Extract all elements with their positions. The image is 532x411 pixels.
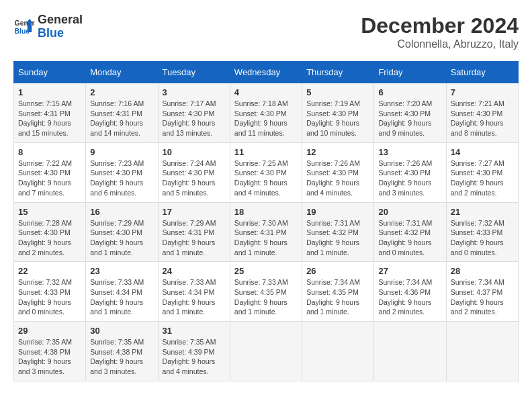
day-number: 18 bbox=[234, 207, 298, 217]
calendar-cell: 29 Sunrise: 7:35 AM Sunset: 4:38 PM Dayl… bbox=[14, 322, 86, 381]
calendar-cell: 28 Sunrise: 7:34 AM Sunset: 4:37 PM Dayl… bbox=[446, 262, 518, 322]
header-day-saturday: Saturday bbox=[446, 62, 518, 83]
svg-text:General: General bbox=[15, 19, 35, 27]
sunrise-text: Sunrise: 7:33 AM bbox=[234, 278, 288, 286]
daylight-text: Daylight: 9 hours and 15 minutes. bbox=[18, 119, 71, 137]
sunset-text: Sunset: 4:32 PM bbox=[378, 228, 431, 236]
sunrise-text: Sunrise: 7:15 AM bbox=[18, 99, 72, 107]
daylight-text: Daylight: 9 hours and 4 minutes. bbox=[234, 179, 287, 197]
daylight-text: Daylight: 9 hours and 1 minute. bbox=[306, 238, 359, 257]
day-info: Sunrise: 7:28 AM Sunset: 4:30 PM Dayligh… bbox=[18, 218, 81, 258]
calendar-cell: 8 Sunrise: 7:22 AM Sunset: 4:30 PM Dayli… bbox=[14, 142, 86, 202]
day-number: 3 bbox=[163, 87, 226, 97]
day-number: 27 bbox=[378, 266, 441, 276]
sunset-text: Sunset: 4:30 PM bbox=[18, 169, 71, 177]
sunset-text: Sunset: 4:33 PM bbox=[451, 228, 503, 236]
sunset-text: Sunset: 4:30 PM bbox=[163, 109, 215, 118]
daylight-text: Daylight: 9 hours and 10 minutes. bbox=[306, 119, 359, 137]
calendar-week-2: 8 Sunrise: 7:22 AM Sunset: 4:30 PM Dayli… bbox=[14, 142, 519, 202]
sunrise-text: Sunrise: 7:18 AM bbox=[234, 99, 288, 107]
day-number: 8 bbox=[18, 147, 81, 157]
sunset-text: Sunset: 4:30 PM bbox=[378, 109, 431, 118]
day-info: Sunrise: 7:35 AM Sunset: 4:39 PM Dayligh… bbox=[163, 337, 226, 377]
header-day-thursday: Thursday bbox=[302, 62, 374, 83]
sunset-text: Sunset: 4:30 PM bbox=[306, 109, 359, 118]
calendar-cell: 21 Sunrise: 7:32 AM Sunset: 4:33 PM Dayl… bbox=[446, 202, 518, 262]
sunset-text: Sunset: 4:30 PM bbox=[163, 169, 215, 177]
day-number: 6 bbox=[378, 87, 441, 97]
location: Colonnella, Abruzzo, Italy bbox=[361, 38, 519, 50]
day-number: 17 bbox=[163, 207, 226, 217]
sunrise-text: Sunrise: 7:35 AM bbox=[163, 338, 216, 346]
day-number: 21 bbox=[451, 207, 514, 217]
daylight-text: Daylight: 9 hours and 0 minutes. bbox=[18, 298, 71, 316]
sunrise-text: Sunrise: 7:29 AM bbox=[163, 219, 216, 227]
sunrise-text: Sunrise: 7:31 AM bbox=[306, 219, 360, 227]
daylight-text: Daylight: 9 hours and 0 minutes. bbox=[451, 238, 504, 257]
daylight-text: Daylight: 9 hours and 14 minutes. bbox=[90, 119, 143, 137]
sunset-text: Sunset: 4:35 PM bbox=[234, 288, 287, 296]
sunrise-text: Sunrise: 7:35 AM bbox=[90, 338, 144, 346]
day-number: 16 bbox=[90, 207, 153, 217]
sunrise-text: Sunrise: 7:17 AM bbox=[163, 99, 216, 107]
day-info: Sunrise: 7:21 AM Sunset: 4:30 PM Dayligh… bbox=[451, 99, 514, 138]
day-info: Sunrise: 7:30 AM Sunset: 4:31 PM Dayligh… bbox=[234, 218, 298, 258]
calendar-cell: 6 Sunrise: 7:20 AM Sunset: 4:30 PM Dayli… bbox=[374, 83, 446, 143]
day-info: Sunrise: 7:32 AM Sunset: 4:33 PM Dayligh… bbox=[451, 218, 514, 258]
sunrise-text: Sunrise: 7:22 AM bbox=[18, 159, 72, 167]
day-info: Sunrise: 7:25 AM Sunset: 4:30 PM Dayligh… bbox=[234, 158, 298, 198]
sunset-text: Sunset: 4:30 PM bbox=[306, 169, 359, 177]
day-number: 22 bbox=[18, 266, 81, 276]
day-info: Sunrise: 7:33 AM Sunset: 4:34 PM Dayligh… bbox=[90, 277, 153, 317]
day-info: Sunrise: 7:27 AM Sunset: 4:30 PM Dayligh… bbox=[451, 158, 514, 198]
day-info: Sunrise: 7:16 AM Sunset: 4:31 PM Dayligh… bbox=[90, 99, 153, 138]
calendar-cell bbox=[230, 322, 302, 381]
day-info: Sunrise: 7:24 AM Sunset: 4:30 PM Dayligh… bbox=[163, 158, 226, 198]
day-number: 24 bbox=[163, 266, 226, 276]
day-info: Sunrise: 7:33 AM Sunset: 4:34 PM Dayligh… bbox=[163, 277, 226, 317]
calendar-week-5: 29 Sunrise: 7:35 AM Sunset: 4:38 PM Dayl… bbox=[14, 322, 519, 381]
sunset-text: Sunset: 4:30 PM bbox=[234, 109, 287, 118]
calendar-cell: 2 Sunrise: 7:16 AM Sunset: 4:31 PM Dayli… bbox=[86, 83, 158, 143]
day-info: Sunrise: 7:35 AM Sunset: 4:38 PM Dayligh… bbox=[18, 337, 81, 377]
daylight-text: Daylight: 9 hours and 1 minute. bbox=[163, 298, 216, 316]
logo-text: General Blue bbox=[38, 13, 83, 40]
sunset-text: Sunset: 4:33 PM bbox=[18, 288, 71, 296]
sunrise-text: Sunrise: 7:24 AM bbox=[163, 159, 216, 167]
day-info: Sunrise: 7:32 AM Sunset: 4:33 PM Dayligh… bbox=[18, 277, 81, 317]
sunset-text: Sunset: 4:30 PM bbox=[234, 169, 287, 177]
calendar-cell: 1 Sunrise: 7:15 AM Sunset: 4:31 PM Dayli… bbox=[14, 83, 86, 143]
sunset-text: Sunset: 4:30 PM bbox=[90, 169, 142, 177]
day-info: Sunrise: 7:18 AM Sunset: 4:30 PM Dayligh… bbox=[234, 99, 298, 138]
sunrise-text: Sunrise: 7:32 AM bbox=[451, 219, 504, 227]
sunrise-text: Sunrise: 7:30 AM bbox=[234, 219, 288, 227]
daylight-text: Daylight: 9 hours and 4 minutes. bbox=[163, 357, 216, 375]
day-info: Sunrise: 7:15 AM Sunset: 4:31 PM Dayligh… bbox=[18, 99, 81, 138]
daylight-text: Daylight: 9 hours and 3 minutes. bbox=[90, 357, 143, 375]
sunrise-text: Sunrise: 7:25 AM bbox=[234, 159, 288, 167]
logo-icon: General Blue bbox=[13, 16, 35, 38]
sunset-text: Sunset: 4:34 PM bbox=[163, 288, 215, 296]
calendar-cell: 31 Sunrise: 7:35 AM Sunset: 4:39 PM Dayl… bbox=[158, 322, 230, 381]
sunset-text: Sunset: 4:38 PM bbox=[90, 348, 142, 356]
sunrise-text: Sunrise: 7:32 AM bbox=[18, 278, 72, 286]
calendar-cell: 7 Sunrise: 7:21 AM Sunset: 4:30 PM Dayli… bbox=[446, 83, 518, 143]
sunset-text: Sunset: 4:30 PM bbox=[451, 109, 503, 118]
daylight-text: Daylight: 9 hours and 11 minutes. bbox=[234, 119, 287, 137]
day-info: Sunrise: 7:26 AM Sunset: 4:30 PM Dayligh… bbox=[378, 158, 441, 198]
day-info: Sunrise: 7:34 AM Sunset: 4:35 PM Dayligh… bbox=[306, 277, 369, 317]
sunset-text: Sunset: 4:34 PM bbox=[90, 288, 142, 296]
day-info: Sunrise: 7:33 AM Sunset: 4:35 PM Dayligh… bbox=[234, 277, 298, 317]
sunrise-text: Sunrise: 7:27 AM bbox=[451, 159, 504, 167]
sunset-text: Sunset: 4:30 PM bbox=[378, 169, 431, 177]
sunset-text: Sunset: 4:31 PM bbox=[163, 228, 215, 236]
day-number: 23 bbox=[90, 266, 153, 276]
calendar-cell: 24 Sunrise: 7:33 AM Sunset: 4:34 PM Dayl… bbox=[158, 262, 230, 322]
daylight-text: Daylight: 9 hours and 7 minutes. bbox=[18, 179, 71, 197]
day-number: 7 bbox=[451, 87, 514, 97]
sunrise-text: Sunrise: 7:21 AM bbox=[451, 99, 504, 107]
page-header: General Blue General Blue December 2024 … bbox=[13, 13, 519, 50]
daylight-text: Daylight: 9 hours and 0 minutes. bbox=[378, 238, 431, 257]
calendar-cell: 18 Sunrise: 7:30 AM Sunset: 4:31 PM Dayl… bbox=[230, 202, 302, 262]
calendar-cell: 22 Sunrise: 7:32 AM Sunset: 4:33 PM Dayl… bbox=[14, 262, 86, 322]
